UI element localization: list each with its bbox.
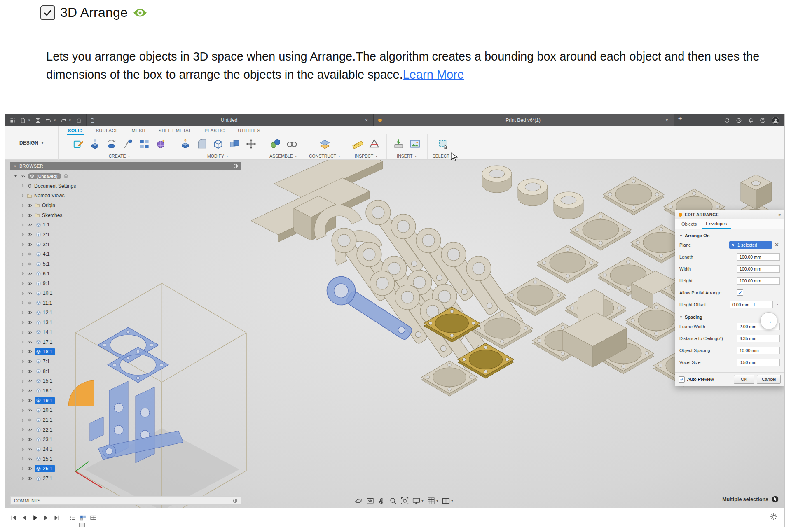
chevron-right-icon[interactable] <box>21 369 25 373</box>
chevron-right-icon[interactable] <box>21 350 25 354</box>
eye-icon[interactable] <box>27 457 33 462</box>
eye-icon[interactable] <box>27 447 33 452</box>
orbit-button[interactable] <box>354 497 363 505</box>
eye-icon[interactable] <box>27 349 33 354</box>
eye-icon[interactable] <box>27 330 33 335</box>
move-tool[interactable] <box>244 137 258 151</box>
component-row[interactable]: 6:1 <box>35 271 53 277</box>
select-window-tool[interactable] <box>436 137 450 151</box>
step-back-icon[interactable] <box>21 514 28 521</box>
skip-to-end-icon[interactable] <box>53 514 60 521</box>
workspace-selector[interactable]: DESIGN▼ <box>5 126 59 160</box>
browser-item-25-1[interactable]: 25:1 <box>10 454 134 464</box>
chevron-right-icon[interactable] <box>21 233 25 236</box>
component-row[interactable]: 18:1 <box>35 348 55 355</box>
height-input[interactable]: 100.00 mm <box>737 277 780 285</box>
new-joint-tool[interactable] <box>268 137 282 151</box>
ribbon-group-label[interactable]: INSPECT▼ <box>355 154 378 159</box>
eye-icon[interactable] <box>27 281 33 286</box>
chevron-right-icon[interactable] <box>21 418 25 422</box>
radio-dot-icon[interactable] <box>63 174 68 179</box>
object-spacing-input[interactable]: 10.00 mm <box>737 347 780 354</box>
browser-item-12-1[interactable]: 12:1 <box>10 308 134 318</box>
combine-tool[interactable] <box>227 137 241 151</box>
eye-icon[interactable] <box>27 203 33 208</box>
browser-item-7-1[interactable]: 7:1 <box>10 357 134 366</box>
canvas-tool[interactable] <box>408 137 422 151</box>
pattern-tool[interactable] <box>137 137 151 151</box>
panel-opacity-icon[interactable] <box>233 498 238 503</box>
browser-item-11-1[interactable]: 11:1 <box>10 298 134 308</box>
extension-icon[interactable] <box>724 117 730 124</box>
component-row[interactable]: 19:1 <box>35 397 55 404</box>
save-icon[interactable] <box>35 117 41 124</box>
browser-item-20-1[interactable]: 20:1 <box>10 406 134 415</box>
extrude-tool[interactable] <box>88 137 102 151</box>
eye-icon[interactable] <box>27 378 33 383</box>
component-row[interactable]: 4:1 <box>35 251 53 257</box>
eye-icon[interactable] <box>27 291 33 296</box>
chevron-right-icon[interactable] <box>21 359 25 363</box>
shell-tool[interactable] <box>211 137 225 151</box>
component-row[interactable]: 2:1 <box>35 231 53 238</box>
browser-item-6-1[interactable]: 6:1 <box>10 269 134 279</box>
eye-icon[interactable] <box>27 261 33 266</box>
eye-icon[interactable] <box>27 310 33 315</box>
browser-item-26-1[interactable]: 26:1 <box>10 464 134 474</box>
component-row[interactable]: 26:1 <box>35 465 55 472</box>
history-icon[interactable] <box>736 117 742 124</box>
chevron-right-icon[interactable] <box>21 272 25 275</box>
voxel-size-input[interactable]: 0.50 mm <box>737 359 780 366</box>
component-row[interactable]: 9:1 <box>35 280 53 287</box>
ribbon-group-label[interactable]: INSERT▼ <box>397 154 417 159</box>
chevron-right-icon[interactable] <box>21 194 25 198</box>
eye-icon[interactable] <box>27 398 33 403</box>
chevron-right-icon[interactable] <box>21 321 25 324</box>
chevron-right-icon[interactable] <box>21 340 25 344</box>
chevron-right-icon[interactable] <box>21 408 25 412</box>
eye-icon[interactable] <box>27 369 33 374</box>
construction-plane-tool[interactable] <box>318 137 332 151</box>
sketch-tool[interactable] <box>71 137 85 151</box>
cancel-button[interactable]: Cancel <box>757 375 781 384</box>
tab-close-icon[interactable]: × <box>363 117 370 124</box>
browser-item-root[interactable]: (Unsaved) <box>10 171 134 181</box>
component-row[interactable]: 15:1 <box>35 378 55 384</box>
eye-icon[interactable] <box>27 232 33 237</box>
sweep-tool[interactable] <box>121 137 135 151</box>
component-row[interactable]: 16:1 <box>35 387 55 394</box>
ok-button[interactable]: OK <box>734 375 754 384</box>
browser-folder-origin[interactable]: Origin <box>10 201 134 210</box>
section-arrange-on[interactable]: ▼Arrange On <box>675 229 784 239</box>
chevron-right-icon[interactable] <box>21 330 25 334</box>
browser-item-21-1[interactable]: 21:1 <box>10 415 134 425</box>
browser-folder-sketches[interactable]: Sketches <box>10 210 134 220</box>
chevron-right-icon[interactable] <box>21 477 25 481</box>
eye-icon[interactable] <box>27 252 33 257</box>
timeline-list-icon[interactable] <box>69 514 76 521</box>
eye-icon[interactable] <box>27 388 33 393</box>
width-input[interactable]: 100.00 mm <box>737 265 780 273</box>
app-grid-icon[interactable] <box>9 117 16 124</box>
disclosure-open-icon[interactable] <box>14 174 18 178</box>
distance-to-ceiling-z-input[interactable]: 6.35 mm <box>737 335 780 342</box>
skip-to-start-icon[interactable] <box>10 514 17 521</box>
chevron-right-icon[interactable] <box>21 448 25 451</box>
chevron-right-icon[interactable] <box>21 428 25 432</box>
component-row[interactable]: 5:1 <box>35 261 53 267</box>
eye-icon[interactable] <box>27 408 33 413</box>
eye-icon[interactable] <box>27 301 33 306</box>
eye-icon[interactable] <box>20 174 26 179</box>
tab-objects[interactable]: Objects <box>678 219 700 229</box>
browser-item-8-1[interactable]: 8:1 <box>10 366 134 376</box>
viewports-button[interactable]: ▼ <box>442 497 454 505</box>
viewport[interactable]: « BROWSER (Unsaved)Document SettingsName… <box>5 160 784 508</box>
length-input[interactable]: 100.00 mm <box>737 253 780 261</box>
chevron-right-icon[interactable] <box>21 301 25 305</box>
ribbon-group-label[interactable]: CONSTRUCT▼ <box>309 154 341 159</box>
insert-mesh-tool[interactable] <box>392 137 406 151</box>
tab-print-bed[interactable]: Print Bed v6*(1) × <box>374 114 674 126</box>
browser-item-27-1[interactable]: 27:1 <box>10 474 134 483</box>
chevron-right-icon[interactable] <box>21 457 25 461</box>
component-row[interactable]: 23:1 <box>35 436 55 443</box>
